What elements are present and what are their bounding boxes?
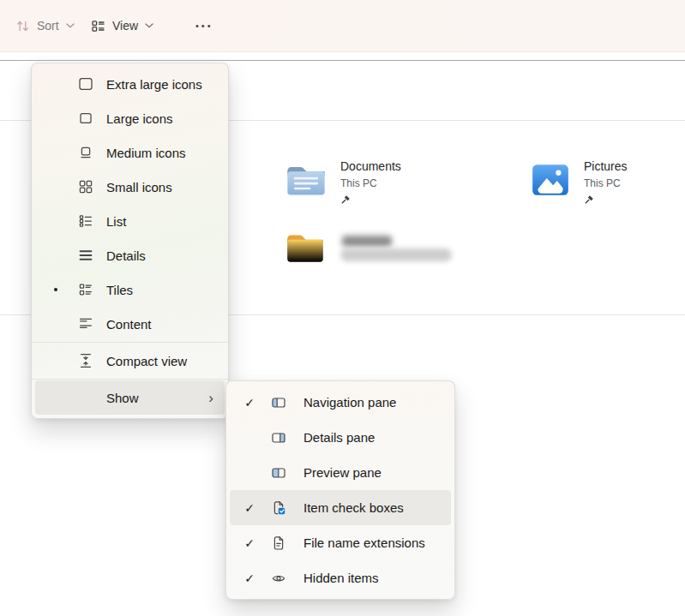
tiles-icon [78,282,93,297]
file-tile-text: Documents This PC [340,159,401,208]
checkmark-icon: ✓ [243,536,255,550]
checkmark-icon: ✓ [243,571,255,585]
submenu-arrow-icon: › [208,391,213,405]
hidden-items-icon [271,571,286,586]
view-menu-item-small-icons[interactable]: Small icons [35,170,225,204]
file-tile-blurred[interactable] [284,228,472,276]
view-menu-item-list[interactable]: List [35,204,225,238]
show-item-preview-pane[interactable]: Preview pane [230,455,451,490]
submenu-item-label: Navigation pane [303,395,396,410]
show-item-hidden-items[interactable]: ✓ Hidden items [230,560,451,595]
command-bar: Sort View ••• [0,0,685,52]
item-check-boxes-icon [271,500,286,516]
submenu-item-label: Hidden items [303,571,379,585]
selected-indicator-dot [54,288,57,291]
view-dropdown-menu: Extra large icons Large icons Medium ico… [31,63,229,419]
view-button[interactable]: View [91,0,153,51]
submenu-item-label: Details pane [303,430,375,445]
menu-item-label: Compact view [106,354,187,368]
view-menu-item-large-icons[interactable]: Large icons [35,101,225,135]
file-explorer-window: Sort View ••• [0,0,685,616]
sort-button[interactable]: Sort [15,0,75,51]
show-item-navigation-pane[interactable]: ✓ Navigation pane [230,385,451,420]
chevron-down-icon [66,23,75,28]
view-label: View [112,19,138,33]
blurred-file-name [342,236,392,247]
menu-separator [32,379,228,380]
checkmark-icon: ✓ [243,501,255,515]
show-submenu: ✓ Navigation pane Details pane [225,380,455,600]
details-icon [78,248,93,263]
show-item-details-pane[interactable]: Details pane [230,420,451,455]
view-menu-item-content[interactable]: Content [35,307,225,341]
pictures-folder-icon [529,159,572,199]
details-pane-icon [271,430,286,446]
compact-view-icon [78,353,93,368]
checkmark-icon: ✓ [243,396,255,410]
menu-item-label: Content [106,317,152,332]
pin-icon [340,194,351,205]
menu-item-label: Large icons [106,111,173,126]
file-name-extensions-icon [271,535,286,551]
menu-item-label: Tiles [106,283,133,297]
menu-item-label: Extra large icons [106,77,202,92]
file-name: Pictures [584,159,628,174]
sort-label: Sort [37,19,59,33]
chevron-down-icon [145,23,153,28]
view-menu-item-tiles[interactable]: Tiles [35,272,225,307]
view-menu-item-show[interactable]: Show › [35,380,225,415]
list-icon [78,213,93,229]
file-location: This PC [340,177,401,189]
file-tile-documents[interactable]: Documents This PC [284,159,401,208]
show-item-file-name-extensions[interactable]: ✓ File name extensions [230,525,451,560]
menu-item-label: List [106,214,126,229]
yellow-folder-icon [284,228,327,266]
preview-pane-icon [271,465,286,481]
view-menu-item-details[interactable]: Details [35,238,225,272]
pin-icon [584,194,594,205]
see-more-button[interactable]: ••• [195,0,213,51]
file-tile-pictures[interactable]: Pictures This PC [529,159,628,208]
file-tile-text: Pictures This PC [584,159,628,208]
submenu-item-label: File name extensions [303,535,425,550]
menu-item-label: Medium icons [106,146,186,160]
menu-item-label: Small icons [106,180,172,194]
section-divider [0,60,685,61]
documents-folder-icon [284,159,328,199]
navigation-pane-icon [271,395,286,410]
view-menu-item-extra-large-icons[interactable]: Extra large icons [35,67,225,101]
extra-large-icons-icon [78,76,93,92]
file-location: This PC [584,177,628,189]
content-icon [78,316,93,332]
large-icons-icon [78,111,93,126]
small-icons-icon [78,179,93,194]
menu-item-label: Show [106,391,139,405]
medium-icons-icon [78,145,93,160]
sort-arrows-icon [15,19,30,33]
show-item-item-check-boxes[interactable]: ✓ Item check boxes [230,490,451,525]
submenu-item-label: Item check boxes [303,500,404,515]
ellipsis-icon: ••• [195,21,213,31]
view-layout-icon [91,19,105,33]
menu-separator [32,342,228,343]
menu-item-label: Details [106,248,146,263]
view-menu-item-medium-icons[interactable]: Medium icons [35,135,225,170]
view-menu-item-compact-view[interactable]: Compact view [35,344,225,378]
file-name: Documents [340,159,401,174]
icon-spacer [78,390,93,405]
blurred-file-detail [340,248,452,261]
submenu-item-label: Preview pane [303,465,382,480]
